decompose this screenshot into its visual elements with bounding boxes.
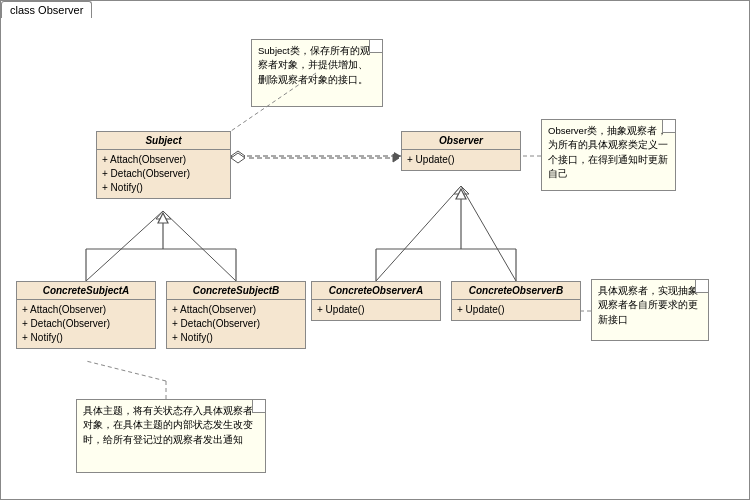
uml-diagram: class Observer Subject + Attach(Observer…	[0, 0, 750, 500]
class-subject-name: Subject	[97, 132, 230, 150]
svg-marker-7	[454, 186, 469, 194]
class-cob-method-1: + Update()	[457, 303, 575, 317]
class-observer-method-1: + Update()	[407, 153, 515, 167]
note-subject: Subject类，保存所有的观察者对象，并提供增加、删除观察者对象的接口。	[251, 39, 383, 107]
class-coa-method-1: + Update()	[317, 303, 435, 317]
class-concrete-observer-b-body: + Update()	[452, 300, 580, 320]
class-observer: Observer + Update()	[401, 131, 521, 171]
class-concrete-observer-a-body: + Update()	[312, 300, 440, 320]
note-concrete-observer: 具体观察者，实现抽象观察者各自所要求的更新接口	[591, 279, 709, 341]
class-concrete-observer-b-name: ConcreteObserverB	[452, 282, 580, 300]
svg-marker-26	[456, 189, 466, 199]
class-subject: Subject + Attach(Observer) + Detach(Obse…	[96, 131, 231, 199]
class-subject-method-2: + Detach(Observer)	[102, 167, 225, 181]
class-observer-body: + Update()	[402, 150, 520, 170]
class-subject-body: + Attach(Observer) + Detach(Observer) + …	[97, 150, 230, 198]
class-concrete-subject-b: ConcreteSubjectB + Attach(Observer) + De…	[166, 281, 306, 349]
class-subject-method-3: + Notify()	[102, 181, 225, 195]
class-csb-method-1: + Attach(Observer)	[172, 303, 300, 317]
class-concrete-subject-b-body: + Attach(Observer) + Detach(Observer) + …	[167, 300, 305, 348]
svg-line-3	[86, 211, 163, 281]
class-concrete-subject-a-body: + Attach(Observer) + Detach(Observer) + …	[17, 300, 155, 348]
note-concrete-subject-text: 具体主题，将有关状态存入具体观察者对象，在具体主题的内部状态发生改变时，给所有登…	[83, 405, 253, 445]
note-observer: Observer类，抽象观察者，为所有的具体观察类定义一个接口，在得到通知时更新…	[541, 119, 676, 191]
class-concrete-subject-a-name: ConcreteSubjectA	[17, 282, 155, 300]
class-csa-method-2: + Detach(Observer)	[22, 317, 150, 331]
diagram-tab: class Observer	[1, 1, 92, 18]
class-csa-method-3: + Notify()	[22, 331, 150, 345]
svg-line-6	[376, 186, 461, 281]
class-csa-method-1: + Attach(Observer)	[22, 303, 150, 317]
class-subject-method-1: + Attach(Observer)	[102, 153, 225, 167]
class-observer-name: Observer	[402, 132, 520, 150]
svg-marker-15	[393, 154, 399, 162]
svg-line-5	[163, 211, 236, 281]
svg-marker-4	[156, 211, 171, 219]
svg-line-13	[86, 361, 166, 381]
svg-line-8	[461, 186, 516, 281]
class-csb-method-3: + Notify()	[172, 331, 300, 345]
svg-marker-2	[231, 151, 245, 161]
note-concrete-subject: 具体主题，将有关状态存入具体观察者对象，在具体主题的内部状态发生改变时，给所有登…	[76, 399, 266, 473]
class-csb-method-2: + Detach(Observer)	[172, 317, 300, 331]
class-concrete-observer-a: ConcreteObserverA + Update()	[311, 281, 441, 321]
class-concrete-subject-a: ConcreteSubjectA + Attach(Observer) + De…	[16, 281, 156, 349]
svg-marker-21	[158, 213, 168, 223]
note-concrete-observer-text: 具体观察者，实现抽象观察者各自所要求的更新接口	[598, 285, 698, 325]
note-subject-text: Subject类，保存所有的观察者对象，并提供增加、删除观察者对象的接口。	[258, 45, 370, 85]
class-concrete-observer-b: ConcreteObserverB + Update()	[451, 281, 581, 321]
note-observer-text: Observer类，抽象观察者，为所有的具体观察类定义一个接口，在得到通知时更新…	[548, 125, 668, 179]
svg-marker-1	[394, 152, 401, 160]
svg-marker-16	[231, 153, 245, 163]
class-concrete-subject-b-name: ConcreteSubjectB	[167, 282, 305, 300]
class-concrete-observer-a-name: ConcreteObserverA	[312, 282, 440, 300]
